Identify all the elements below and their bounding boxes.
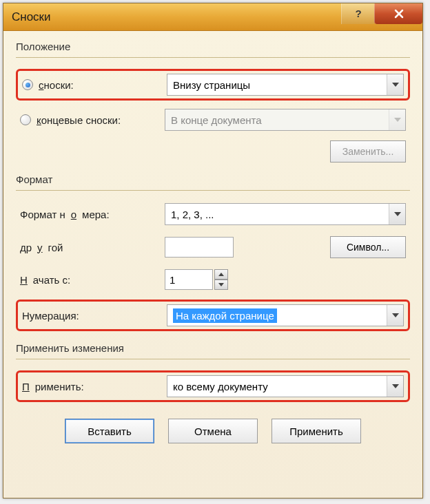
radio-footnotes[interactable] (22, 79, 33, 90)
chevron-down-icon (218, 283, 224, 286)
input-start-at[interactable] (165, 269, 213, 290)
row-start-at: Начать с: (16, 268, 410, 291)
radio-endnotes[interactable] (20, 114, 31, 125)
chevron-down-icon (389, 109, 405, 130)
help-button[interactable]: ? (341, 3, 374, 24)
insert-button[interactable]: Вставить (65, 419, 154, 443)
chevron-down-icon (389, 204, 405, 224)
combo-endnotes-position: В конце документа (165, 109, 406, 131)
titlebar[interactable]: Сноски ? (3, 3, 422, 31)
row-apply-to: Применить: ко всему документу (16, 370, 410, 402)
chevron-up-icon (218, 273, 224, 276)
close-icon (393, 8, 405, 19)
combo-endnotes-value: В конце документа (171, 114, 262, 126)
chevron-down-icon (387, 74, 403, 95)
group-position-label: Положение (16, 41, 410, 52)
label-start-at: Начать с: (20, 274, 165, 286)
label-numbering: Нумерация: (22, 310, 167, 322)
group-apply-label: Применить изменения (16, 342, 410, 354)
group-format: Формат Формат номера: 1, 2, 3, ... друго… (16, 174, 410, 331)
cancel-button[interactable]: Отмена (168, 419, 258, 443)
input-custom-mark[interactable] (165, 237, 234, 258)
label-endnotes: концевые сноски: (37, 114, 121, 126)
convert-button: Заменить... (330, 140, 406, 162)
combo-apply-to-value: ко всему документу (173, 381, 268, 392)
group-position: Положение ссноски:носки: Внизу страницы (16, 41, 410, 162)
group-format-label: Формат (16, 174, 410, 185)
row-endnotes: концевые сноски: В конце документа (16, 107, 410, 132)
apply-button[interactable]: Применить (272, 419, 361, 443)
label-footnotes: ссноски:носки: (39, 79, 74, 91)
window-title: Сноски (12, 10, 341, 24)
combo-footnotes-position[interactable]: Внизу страницы (167, 74, 404, 96)
combo-number-format[interactable]: 1, 2, 3, ... (165, 203, 406, 225)
svg-text:?: ? (355, 8, 361, 19)
chevron-down-icon (387, 305, 403, 326)
dialog-buttons: Вставить Отмена Применить (16, 419, 410, 443)
close-button[interactable] (374, 3, 422, 24)
row-number-format: Формат номера: 1, 2, 3, ... (16, 202, 410, 227)
spinner-start-at[interactable] (165, 269, 228, 290)
spinner-down-button[interactable] (214, 280, 228, 290)
row-custom-mark: другой Символ... (16, 235, 410, 260)
symbol-button[interactable]: Символ... (330, 236, 406, 258)
label-custom-mark: другой (20, 242, 165, 253)
combo-apply-to[interactable]: ко всему документу (167, 375, 404, 397)
dialog-window: Сноски ? Положение ссноски:носки: Вн (3, 3, 423, 498)
label-number-format: Формат номера: (20, 209, 165, 220)
combo-number-format-value: 1, 2, 3, ... (171, 209, 214, 220)
row-footnotes: ссноски:носки: Внизу страницы (16, 69, 410, 101)
row-numbering: Нумерация: На каждой странице (16, 300, 410, 331)
spinner-up-button[interactable] (214, 269, 228, 280)
label-apply-to: Применить: (22, 381, 167, 392)
group-apply: Применить изменения Применить: ко всему … (16, 342, 410, 402)
help-icon: ? (354, 8, 363, 19)
combo-numbering[interactable]: На каждой странице (167, 304, 404, 326)
combo-footnotes-value: Внизу страницы (173, 79, 250, 91)
combo-numbering-value: На каждой странице (173, 308, 277, 323)
chevron-down-icon (387, 376, 403, 397)
